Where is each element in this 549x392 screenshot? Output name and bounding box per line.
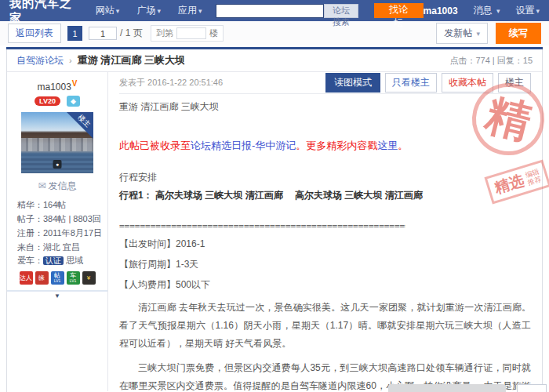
medal-row: 达人 缘 帖LV1 车LV1 ¥: [7, 271, 107, 285]
info-cost: 【人均费用】500以下: [119, 277, 531, 292]
breadcrumb: 自驾游论坛 › 重游 清江画廊 三峡大坝 点击：774 | 回复：15: [7, 49, 542, 72]
top-nav: 网站▾ 广场▾ 应用▾: [96, 4, 202, 17]
messages-menu[interactable]: 消息 ▾: [474, 4, 500, 17]
car-label: 爱车：: [17, 256, 43, 265]
lock-icon: ●: [53, 160, 62, 169]
post-paragraph: 清江画廊 去年秋天去玩过一次，景色确实很美。这几天一家团聚，就计划重游一次清江画…: [119, 299, 531, 353]
thread-stats: 点击：774 | 回复：15: [449, 55, 533, 67]
info-depart-time: 【出发时间】2016-1: [119, 236, 531, 252]
medal-post-lv1[interactable]: 帖LV1: [51, 271, 64, 285]
favorite-button[interactable]: 收藏本帖: [442, 73, 493, 93]
new-post-button[interactable]: 发新帖 ▾: [436, 23, 488, 44]
envelope-icon: ✉: [38, 180, 45, 191]
chevron-down-icon: ▾: [536, 7, 540, 15]
settings-menu[interactable]: 设置▾: [515, 4, 540, 17]
search-input[interactable]: [216, 4, 324, 18]
current-page-indicator[interactable]: 1: [67, 26, 82, 41]
forum-search-button[interactable]: 论坛搜索: [324, 4, 358, 18]
post-title-inline: 重游 清江画廊 三峡大坝: [119, 100, 531, 114]
stat-location: 来自：湖北 宜昌: [17, 240, 107, 254]
sidebar-collapse-toggle[interactable]: ▼: [7, 290, 107, 299]
only-op-button[interactable]: 只看楼主: [385, 73, 437, 93]
post-date: 发表于 2016-1-22 20:51:46: [119, 77, 223, 89]
partial-element: [517, 384, 547, 392]
username-link[interactable]: ma1003: [424, 5, 458, 16]
nav-website[interactable]: 网站▾: [96, 4, 120, 17]
toolbar-right-group: 发新帖 ▾ 续写: [436, 23, 541, 44]
partial-element: [388, 384, 506, 392]
certified-owner-icon: ◆: [67, 96, 80, 107]
chevron-down-icon: ▾: [476, 30, 480, 38]
thread-toolbar: 返回列表 1 / 1 页 到第 楼 发新帖 ▾ 续写: [0, 21, 549, 45]
continue-writing-button[interactable]: 续写: [496, 23, 541, 44]
avatar-city-scene: [21, 138, 93, 151]
author-name[interactable]: ma1003V: [7, 79, 107, 93]
author-avatar[interactable]: 楼主 ●: [21, 112, 93, 173]
medal-emblem[interactable]: 缘: [35, 271, 49, 285]
page-number-input[interactable]: [89, 27, 117, 40]
page-total-label: / 1 页: [120, 27, 143, 40]
chevron-down-icon: ▾: [198, 7, 202, 15]
breadcrumb-separator-icon: ›: [69, 56, 72, 65]
car-cert-badge: 认证: [43, 256, 64, 265]
nav-apps[interactable]: 应用▾: [178, 4, 202, 17]
stat-registered: 注册：2011年8月17日: [17, 226, 107, 240]
top-navigation-bar: 我的汽车之家 网站▾ 广场▾ 应用▾ 论坛搜索 找论坛 ma1003 消息 ▾ …: [0, 0, 549, 21]
info-trip-duration: 【旅行周期】1-3天: [119, 256, 531, 272]
op-ribbon: 楼主: [67, 112, 93, 139]
notice-link-here[interactable]: 这里: [377, 140, 398, 151]
schedule-heading: 行程安排: [119, 171, 531, 184]
read-mode-button[interactable]: 读图模式: [325, 73, 380, 93]
chevron-down-icon: ▾: [496, 7, 500, 15]
v-badge: V: [72, 79, 78, 88]
op-floor-button[interactable]: 楼主: [498, 73, 531, 93]
stat-essence: 精华：164帖: [17, 198, 107, 212]
notice-text: 。更多精彩内容戳: [296, 140, 377, 151]
breadcrumb-forum-link[interactable]: 自驾游论坛: [16, 54, 64, 67]
schedule-line: 行程1： 高尔夫球场 三峡大坝 清江画廊 高尔夫球场 三峡大坝 清江画廊: [119, 189, 531, 202]
thread-container: 自驾游论坛 › 重游 清江画廊 三峡大坝 点击：774 | 回复：15 ma10…: [6, 49, 543, 392]
medal-car-lv1[interactable]: 车LV1: [67, 271, 80, 285]
author-sidebar: ma1003V LV20 ◆ 楼主 ● ✉发信息 精华：164帖 帖子：384帖…: [7, 72, 108, 391]
medal-coin[interactable]: ¥: [82, 271, 96, 285]
featured-notice: 此帖已被收录至论坛精选日报-华中游记。更多精彩内容戳这里。: [119, 139, 531, 153]
goto-suffix-label: 楼: [209, 27, 218, 39]
top-right-group: ma1003 消息 ▾ 设置▾: [424, 4, 540, 17]
level-badge: LV20: [35, 96, 60, 106]
find-forum-button[interactable]: 找论坛: [374, 3, 424, 18]
chevron-down-icon: ▾: [116, 7, 120, 15]
chevron-down-icon: ▾: [157, 7, 161, 15]
medal-expert[interactable]: 达人: [20, 271, 33, 285]
thread-title: 重游 清江画廊 三峡大坝: [78, 53, 185, 67]
notice-link-daily[interactable]: 论坛精选日报-华中游记: [191, 140, 296, 151]
stat-posts: 帖子：384帖 | 8803回: [17, 212, 107, 226]
equals-divider: ========================================…: [119, 221, 405, 231]
site-logo[interactable]: 我的汽车之家: [9, 0, 78, 26]
notice-text: 此帖已被收录至: [119, 140, 191, 151]
car-name[interactable]: 思域: [66, 256, 83, 265]
goto-prefix-label: 到第: [156, 27, 173, 39]
back-to-list-button[interactable]: 返回列表: [8, 24, 61, 43]
search-area: 论坛搜索: [216, 4, 358, 18]
goto-floor-input[interactable]: [176, 27, 206, 39]
goto-floor-group: 到第 楼: [151, 25, 224, 42]
post-main: 发表于 2016-1-22 20:51:46 读图模式 只看楼主 收藏本帖 楼主…: [108, 72, 542, 391]
notice-text: 。: [398, 140, 408, 151]
nav-plaza[interactable]: 广场▾: [136, 4, 161, 17]
author-car-row: 爱车：认证思域: [7, 255, 107, 267]
post-meta-row: 发表于 2016-1-22 20:51:46 读图模式 只看楼主 收藏本帖 楼主: [119, 72, 531, 94]
send-message-button[interactable]: ✉发信息: [7, 180, 107, 193]
author-stats: 精华：164帖 帖子：384帖 | 8803回 注册：2011年8月17日 来自…: [7, 198, 107, 254]
